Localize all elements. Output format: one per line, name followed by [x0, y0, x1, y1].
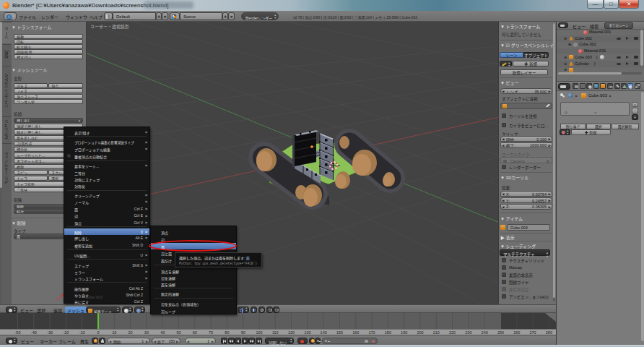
svg-text:240: 240: [482, 330, 488, 335]
svg-text:190: 190: [401, 330, 407, 335]
svg-text:ユーザー・透視投影: ユーザー・透視投影: [90, 24, 129, 30]
svg-text:210: 210: [433, 330, 440, 335]
svg-text:-50: -50: [15, 330, 21, 335]
svg-text:270: 270: [530, 330, 536, 335]
svg-text:10: 10: [112, 330, 116, 335]
svg-text:150: 150: [336, 330, 343, 335]
svg-text:40: 40: [160, 330, 165, 335]
svg-text:250: 250: [497, 330, 504, 335]
svg-text:200: 200: [417, 330, 423, 335]
svg-text:230: 230: [465, 330, 471, 335]
svg-text:140: 140: [321, 330, 327, 335]
svg-text:260: 260: [513, 330, 520, 335]
svg-text:130: 130: [304, 330, 310, 335]
svg-text:110: 110: [272, 330, 279, 335]
svg-text:220: 220: [449, 330, 456, 335]
svg-text:60: 60: [193, 330, 197, 335]
svg-text:80: 80: [225, 330, 229, 335]
svg-text:-20: -20: [63, 330, 69, 335]
svg-text:0: 0: [97, 330, 99, 335]
svg-text:-10: -10: [79, 330, 85, 335]
svg-text:-30: -30: [47, 330, 53, 335]
svg-text:20: 20: [129, 330, 133, 335]
svg-text:90: 90: [241, 330, 245, 335]
svg-text:100: 100: [256, 330, 262, 335]
svg-text:30: 30: [144, 330, 149, 335]
svg-text:170: 170: [369, 330, 375, 335]
svg-text:280: 280: [546, 330, 552, 335]
svg-text:50: 50: [176, 330, 180, 335]
svg-text:180: 180: [385, 330, 391, 335]
svg-text:120: 120: [288, 330, 295, 335]
svg-text:70: 70: [209, 330, 213, 335]
svg-text:160: 160: [352, 330, 359, 335]
svg-text:-40: -40: [31, 330, 37, 335]
